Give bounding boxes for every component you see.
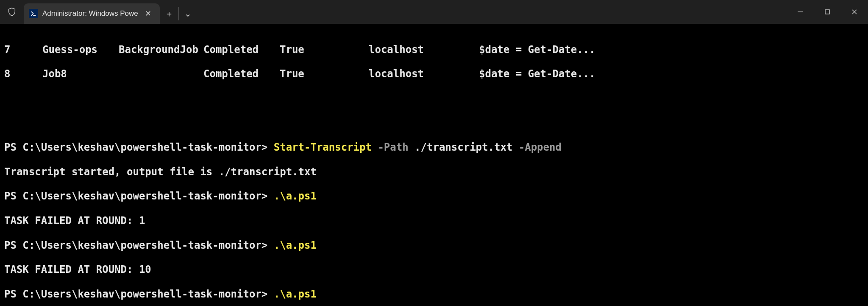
minimize-button[interactable] — [787, 0, 814, 24]
prompt-line: PS C:\Users\keshav\powershell-task-monit… — [4, 141, 864, 154]
tab-title: Administrator: Windows Powe — [42, 9, 138, 18]
close-window-button[interactable] — [841, 0, 868, 24]
tab-dropdown-button[interactable]: ⌄ — [179, 3, 198, 24]
titlebar-drag-region[interactable] — [198, 0, 787, 24]
new-tab-button[interactable]: ＋ — [160, 3, 178, 24]
prompt-line: PS C:\Users\keshav\powershell-task-monit… — [4, 288, 864, 300]
output-line: TASK FAILED AT ROUND: 10 — [4, 264, 864, 276]
output-line: TASK FAILED AT ROUND: 1 — [4, 215, 864, 227]
prompt-line: PS C:\Users\keshav\powershell-task-monit… — [4, 190, 864, 202]
prompt-line: PS C:\Users\keshav\powershell-task-monit… — [4, 239, 864, 252]
svg-rect-2 — [825, 10, 829, 14]
window-controls — [787, 0, 868, 24]
titlebar: Administrator: Windows Powe ✕ ＋ ⌄ — [0, 0, 868, 24]
job-row: 7Guess-opsBackgroundJobCompletedTrueloca… — [4, 44, 864, 56]
job-row: 8Job8CompletedTruelocalhost$date = Get-D… — [4, 68, 864, 80]
active-tab[interactable]: Administrator: Windows Powe ✕ — [24, 3, 160, 24]
terminal-output[interactable]: 7Guess-opsBackgroundJobCompletedTrueloca… — [0, 24, 868, 306]
output-line: Transcript started, output file is ./tra… — [4, 166, 864, 178]
close-tab-button[interactable]: ✕ — [142, 8, 154, 19]
powershell-icon — [29, 9, 38, 18]
maximize-button[interactable] — [814, 0, 841, 24]
shield-icon — [0, 0, 24, 24]
